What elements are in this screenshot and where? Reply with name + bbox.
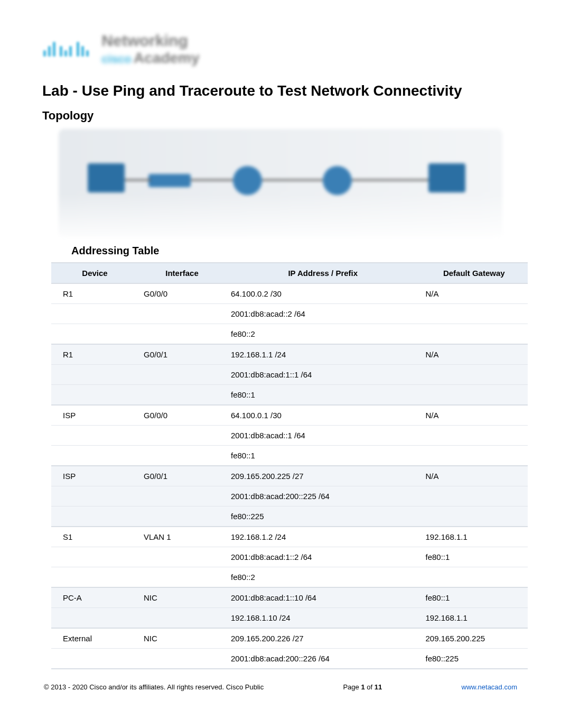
table-cell: G0/0/1 <box>138 466 226 486</box>
table-row: fe80::1 <box>51 446 528 466</box>
table-header-row: Device Interface IP Address / Prefix Def… <box>51 263 528 283</box>
page-footer: © 2013 - 2020 Cisco and/or its affiliate… <box>44 683 517 691</box>
table-cell <box>420 304 528 324</box>
table-cell <box>420 385 528 406</box>
logo-text: Networking cisco Academy <box>101 32 199 67</box>
logo-line1: Networking <box>101 32 199 50</box>
table-cell: fe80::1 <box>226 446 420 466</box>
table-cell: External <box>51 628 138 649</box>
table-cell: R1 <box>51 283 138 304</box>
topology-diagram <box>59 129 502 237</box>
table-group: S1VLAN 1192.168.1.2 /24192.168.1.12001:d… <box>51 527 528 587</box>
table-cell: 2001:db8:acad:1::1 /64 <box>226 365 420 385</box>
footer-url[interactable]: www.netacad.com <box>462 683 518 691</box>
table-cell: NIC <box>138 628 226 649</box>
table-cell: N/A <box>420 466 528 486</box>
table-cell <box>51 649 138 669</box>
table-cell <box>51 486 138 506</box>
logo-line2: Academy <box>134 50 200 66</box>
table-cell: fe80::1 <box>420 547 528 567</box>
table-cell <box>138 446 226 466</box>
table-cell: 64.100.0.1 /30 <box>226 405 420 426</box>
table-cell: R1 <box>51 344 138 365</box>
table-row: 2001:db8:acad:200::225 /64 <box>51 486 528 506</box>
table-cell: 2001:db8:acad::1 /64 <box>226 426 420 446</box>
table-row: ISPG0/0/1209.165.200.225 /27N/A <box>51 466 528 486</box>
table-cell <box>51 547 138 567</box>
logo-brand: cisco <box>101 52 131 66</box>
table-group: ISPG0/0/064.100.0.1 /30N/A2001:db8:acad:… <box>51 405 528 466</box>
table-row: ExternalNIC209.165.200.226 /27209.165.20… <box>51 628 528 649</box>
table-cell <box>51 324 138 345</box>
table-cell: fe80::1 <box>420 587 528 608</box>
table-cell: fe80::1 <box>226 385 420 406</box>
table-cell: fe80::2 <box>226 324 420 345</box>
table-cell <box>138 324 226 345</box>
table-group: ISPG0/0/1209.165.200.225 /27N/A2001:db8:… <box>51 466 528 527</box>
table-group: ExternalNIC209.165.200.226 /27209.165.20… <box>51 628 528 669</box>
table-cell <box>420 486 528 506</box>
table-cell <box>51 426 138 446</box>
page-title: Lab - Use Ping and Traceroute to Test Ne… <box>42 82 519 99</box>
footer-copyright: © 2013 - 2020 Cisco and/or its affiliate… <box>44 683 264 691</box>
table-row: R1G0/0/1192.168.1.1 /24N/A <box>51 344 528 365</box>
table-row: 2001:db8:acad::2 /64 <box>51 304 528 324</box>
table-cell: N/A <box>420 405 528 426</box>
table-cell <box>51 567 138 588</box>
table-cell <box>138 385 226 406</box>
table-cell <box>138 506 226 527</box>
table-cell <box>51 385 138 406</box>
table-cell: G0/0/0 <box>138 283 226 304</box>
table-cell: 2001:db8:acad:1::2 /64 <box>226 547 420 567</box>
table-row: fe80::1 <box>51 385 528 406</box>
table-cell: 192.168.1.1 <box>420 527 528 547</box>
table-cell: 209.165.200.225 <box>420 628 528 649</box>
table-cell: N/A <box>420 344 528 365</box>
table-cell <box>138 547 226 567</box>
table-row: 2001:db8:acad:1::1 /64 <box>51 365 528 385</box>
table-cell <box>420 446 528 466</box>
table-cell <box>51 365 138 385</box>
table-cell: 192.168.1.1 /24 <box>226 344 420 365</box>
table-cell <box>138 304 226 324</box>
table-cell <box>420 506 528 527</box>
table-cell: 2001:db8:acad:200::226 /64 <box>226 649 420 669</box>
table-cell: fe80::2 <box>226 567 420 588</box>
table-row: fe80::2 <box>51 567 528 588</box>
table-cell: G0/0/1 <box>138 344 226 365</box>
section-addressing-heading: Addressing Table <box>71 245 519 257</box>
table-cell <box>420 426 528 446</box>
table-cell <box>420 365 528 385</box>
table-cell: fe80::225 <box>226 506 420 527</box>
table-cell <box>51 446 138 466</box>
table-cell: 64.100.0.2 /30 <box>226 283 420 304</box>
table-cell: 2001:db8:acad::2 /64 <box>226 304 420 324</box>
table-group: R1G0/0/064.100.0.2 /30N/A2001:db8:acad::… <box>51 283 528 344</box>
table-cell: 192.168.1.1 <box>420 608 528 629</box>
addressing-table: Device Interface IP Address / Prefix Def… <box>51 262 528 669</box>
table-cell: PC-A <box>51 587 138 608</box>
table-group: PC-ANIC2001:db8:acad:1::10 /64fe80::1192… <box>51 587 528 628</box>
table-cell: S1 <box>51 527 138 547</box>
table-cell <box>420 567 528 588</box>
table-cell: N/A <box>420 283 528 304</box>
table-row: PC-ANIC2001:db8:acad:1::10 /64fe80::1 <box>51 587 528 608</box>
table-cell <box>138 486 226 506</box>
table-cell: 192.168.1.2 /24 <box>226 527 420 547</box>
table-cell <box>138 426 226 446</box>
table-row: 2001:db8:acad:1::2 /64fe80::1 <box>51 547 528 567</box>
footer-page-number: Page 1 of 11 <box>343 683 382 691</box>
col-gateway: Default Gateway <box>420 263 528 283</box>
table-cell <box>51 304 138 324</box>
table-cell: G0/0/0 <box>138 405 226 426</box>
table-cell <box>420 324 528 345</box>
table-cell: ISP <box>51 405 138 426</box>
section-topology-heading: Topology <box>42 109 519 123</box>
table-cell <box>138 608 226 629</box>
table-cell <box>138 567 226 588</box>
table-row: S1VLAN 1192.168.1.2 /24192.168.1.1 <box>51 527 528 547</box>
table-group: R1G0/0/1192.168.1.1 /24N/A2001:db8:acad:… <box>51 344 528 405</box>
table-cell: 209.165.200.225 /27 <box>226 466 420 486</box>
table-row: 2001:db8:acad::1 /64 <box>51 426 528 446</box>
col-interface: Interface <box>138 263 226 283</box>
